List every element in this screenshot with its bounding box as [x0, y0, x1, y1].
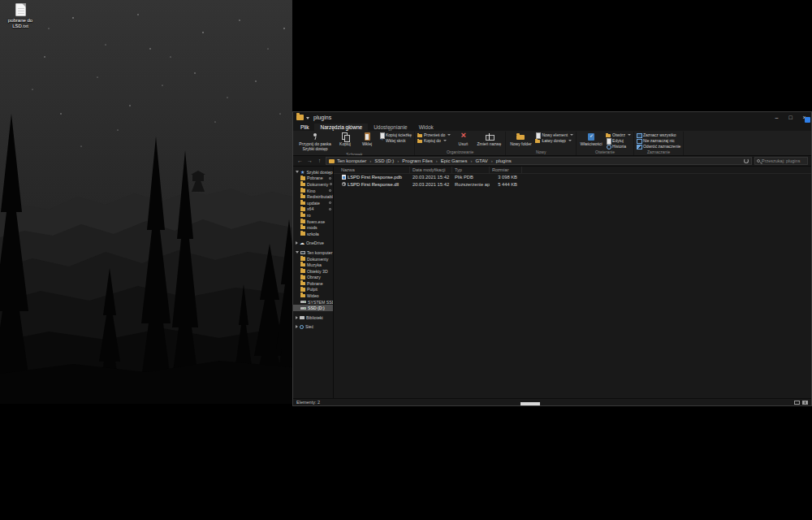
file-type: Plik PDB [452, 175, 490, 180]
chevron-right-icon[interactable] [296, 316, 298, 319]
column-header-size[interactable]: Rozmiar [490, 167, 522, 173]
taskbar-peek[interactable] [520, 402, 540, 405]
sidebar-item-pc-obiekty-3d[interactable]: Obiekty 3D [293, 268, 333, 275]
easy-access-icon [535, 138, 540, 143]
sidebar-item-mods[interactable]: mods [293, 224, 333, 231]
ribbon: Przypnij do paska Szybki dostęp Kopiuj W… [293, 131, 811, 156]
tab-share[interactable]: Udostępnianie [368, 124, 413, 131]
column-header-type[interactable]: Typ [452, 167, 490, 173]
paste-button[interactable]: Wklej [357, 132, 377, 152]
copy-icon [340, 132, 350, 141]
easy-access-button[interactable]: Łatwy dostęp [535, 138, 573, 143]
sidebar-item-pc-pobrane[interactable]: Pobrane [293, 280, 333, 287]
sidebar-item-update[interactable]: update [293, 200, 333, 206]
sidebar-item-siec[interactable]: Sieć [293, 324, 333, 331]
folder-icon [300, 188, 305, 193]
quick-access-toolbar-chevron-icon[interactable] [306, 117, 309, 119]
folder-icon [300, 269, 305, 273]
edit-button[interactable]: Edytuj [606, 138, 631, 143]
dll-file-icon [341, 181, 346, 187]
copy-button[interactable]: Kopiuj [335, 132, 355, 152]
sidebar-item-pc-pulpit[interactable]: Pulpit [293, 287, 333, 293]
folder-icon [300, 202, 305, 206]
large-icons-view-button[interactable] [802, 401, 808, 405]
chevron-down-icon[interactable] [296, 171, 299, 173]
address-field[interactable]: Ten komputer › SSD (D:) › Program Files … [326, 157, 752, 165]
breadcrumb-gtav[interactable]: GTAV [474, 158, 488, 163]
sidebar-item-ro[interactable]: ro [293, 212, 333, 219]
breadcrumb-epic-games[interactable]: Epic Games [440, 158, 469, 163]
sidebar-item-dokumenty[interactable]: Dokumenty [293, 181, 333, 188]
select-none-button[interactable]: Nie zaznaczaj nic [637, 138, 680, 143]
blue-app-icon[interactable] [805, 117, 810, 123]
paste-shortcut-button[interactable]: Wklej skrót [379, 138, 412, 143]
maximize-button[interactable]: □ [784, 112, 797, 123]
new-item-button[interactable]: Nowy element [535, 132, 573, 137]
titlebar[interactable]: plugins – □ × [293, 112, 811, 123]
search-input[interactable] [762, 158, 806, 163]
sidebar-item-pc-muzyka[interactable]: Muzyka [293, 262, 333, 268]
sidebar-item-system-ssd-c[interactable]: SYSTEM SSD (C:) [293, 299, 333, 306]
delete-button[interactable]: Usuń [453, 132, 473, 150]
folder-icon [300, 263, 305, 267]
rename-button[interactable]: Zmień nazwę [475, 132, 503, 150]
chevron-down-icon[interactable] [296, 251, 299, 254]
sidebar-item-x64[interactable]: x64 [293, 206, 333, 213]
ribbon-group-clipboard: Przypnij do paska Szybki dostęp Kopiuj W… [295, 132, 415, 155]
label: SYSTEM SSD (C:) [308, 300, 333, 305]
tab-home[interactable]: Narzędzia główne [314, 124, 368, 131]
breadcrumb-plugins[interactable]: plugins [495, 158, 512, 163]
forward-button[interactable]: → [306, 157, 313, 165]
sidebar-item-onedrive[interactable]: ☁ OneDrive [293, 240, 333, 247]
sidebar-item-pc-wideo[interactable]: Wideo [293, 292, 333, 299]
sidebar-item-redistributable[interactable]: Redistributable [293, 193, 333, 200]
column-header-name[interactable]: Nazwa [339, 167, 410, 173]
sidebar-item-biblioteki[interactable]: Biblioteki [293, 314, 333, 321]
desktop-icon-txt-file[interactable]: pobrane do LSD.txt [2, 3, 39, 29]
refresh-icon[interactable] [744, 158, 749, 163]
sidebar-item-quick-access[interactable]: ★ Szybki dostęp [293, 169, 333, 176]
column-header-date-modified[interactable]: Data modyfikacji [410, 167, 452, 173]
label: Usuń [459, 142, 469, 147]
label: Przenieś do [424, 132, 445, 137]
sidebar-item-szkola[interactable]: szkoła [293, 231, 333, 237]
sidebar-item-kino[interactable]: Kino [293, 188, 333, 194]
label: Ten komputer [307, 250, 332, 255]
sidebar-item-fivem[interactable]: fivem.exe [293, 219, 333, 225]
sidebar-item-pc-obrazy[interactable]: Obrazy [293, 275, 333, 281]
tab-file[interactable]: Plik [295, 124, 314, 131]
details-view-button[interactable] [794, 401, 800, 405]
breadcrumb-program-files[interactable]: Program Files [401, 158, 433, 163]
onedrive-cloud-icon: ☁ [300, 240, 304, 245]
sidebar-item-pc-dokumenty[interactable]: Dokumenty [293, 256, 333, 262]
file-row-pdb[interactable]: LSPD First Response.pdb 20.03.2021 15:42… [334, 174, 811, 181]
move-to-icon [417, 132, 422, 137]
pin-to-quick-access-button[interactable]: Przypnij do paska Szybki dostęp [297, 132, 333, 152]
invert-selection-button[interactable]: Odwróć zaznaczenie [637, 144, 680, 149]
open-button[interactable]: Otwórz [606, 132, 631, 137]
sidebar-item-this-pc[interactable]: Ten komputer [293, 249, 333, 256]
sidebar-item-pobrane[interactable]: Pobrane [293, 176, 333, 182]
new-folder-button[interactable]: Nowy folder [508, 132, 533, 150]
history-button[interactable]: Historia [606, 144, 631, 149]
search-box[interactable] [754, 157, 808, 165]
move-to-button[interactable]: Przenieś do [417, 132, 451, 137]
label: Kopiuj do [424, 138, 441, 143]
copy-to-button[interactable]: Kopiuj do [417, 138, 451, 143]
chevron-right-icon[interactable] [296, 241, 298, 245]
select-all-button[interactable]: Zaznacz wszystko [637, 132, 680, 137]
pin-icon [329, 202, 331, 204]
chevron-right-icon[interactable] [296, 325, 298, 328]
breadcrumb-ten-komputer[interactable]: Ten komputer [336, 158, 367, 163]
tab-view[interactable]: Widok [413, 124, 439, 131]
file-row-dll[interactable]: LSPD First Response.dll 20.03.2021 15:42… [334, 181, 811, 188]
breadcrumb-ssd-d[interactable]: SSD (D:) [374, 158, 395, 163]
libraries-icon [300, 316, 304, 320]
back-button[interactable]: ← [296, 157, 304, 165]
properties-button[interactable]: Właściwości [579, 132, 603, 150]
folder-icon [300, 207, 305, 211]
minimize-button[interactable]: – [770, 112, 784, 123]
sidebar-item-ssd-d[interactable]: SSD (D:) [293, 305, 333, 311]
label: Dokumenty [307, 257, 328, 262]
up-button[interactable]: ↑ [316, 157, 323, 165]
